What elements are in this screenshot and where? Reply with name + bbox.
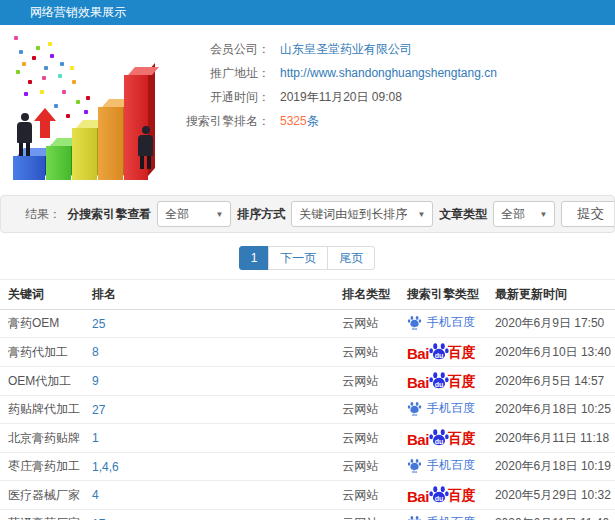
baidu-paw-icon: du xyxy=(407,315,422,330)
rank-cell: 1,4,6 xyxy=(84,453,334,481)
submit-button[interactable]: 提交 xyxy=(561,201,615,227)
rank-type-cell: 云网站 xyxy=(334,310,399,338)
sort-filter-select[interactable]: 关键词由短到长排序 ▼ xyxy=(291,201,433,227)
sort-filter-value: 关键词由短到长排序 xyxy=(299,206,407,223)
baidu-paw-icon: du xyxy=(429,485,449,505)
table-row: 枣庄膏药加工 1,4,6 云网站 du 手机百度 Bai du xyxy=(0,453,615,481)
svg-text:du: du xyxy=(412,326,417,330)
baidu-logo[interactable]: Bai du 百度 xyxy=(407,485,476,505)
keyword-rank-table: 关键词 排名 排名类型 搜索引擎类型 最新更新时间 膏药OEM 25 云网站 d… xyxy=(0,279,615,520)
engine-rank-label: 搜索引擎排名： xyxy=(178,113,270,130)
page-1-button[interactable]: 1 xyxy=(239,246,270,270)
rank-type-cell: 云网站 xyxy=(334,453,399,481)
bar-green xyxy=(46,146,71,180)
mobile-baidu-logo[interactable]: du 手机百度 xyxy=(407,314,475,331)
rank-type-cell: 云网站 xyxy=(334,396,399,424)
bar-orange xyxy=(98,107,123,180)
engine-type-cell: du 手机百度 Bai du 百度 xyxy=(399,396,487,424)
baidu-bai-text: Bai xyxy=(407,431,429,448)
rank-link[interactable]: 4 xyxy=(92,488,99,502)
table-row: 膏药代加工 8 云网站 du 手机百度 Bai du xyxy=(0,338,615,367)
rank-link[interactable]: 27 xyxy=(92,403,105,417)
promo-url-label: 推广地址： xyxy=(178,65,270,82)
mobile-baidu-logo[interactable]: du 手机百度 xyxy=(407,400,475,417)
mobile-baidu-label: 手机百度 xyxy=(427,457,475,474)
bar-blue xyxy=(13,156,45,180)
article-filter-label: 文章类型 xyxy=(439,206,487,223)
col-rank: 排名 xyxy=(84,280,334,310)
pagination: 1 下一页 尾页 xyxy=(0,246,615,270)
sort-filter-label: 排序方式 xyxy=(237,206,285,223)
mobile-baidu-logo[interactable]: du 手机百度 xyxy=(407,514,475,520)
svg-text:du: du xyxy=(435,381,444,389)
table-row: 菏泽膏药厂家 17 云网站 du 手机百度 Bai du xyxy=(0,510,615,520)
page-title-bar: 网络营销效果展示 xyxy=(0,0,615,25)
open-time-label: 开通时间： xyxy=(178,89,270,106)
article-filter-value: 全部 xyxy=(501,206,525,223)
engine-type-cell: du 手机百度 Bai du 百度 xyxy=(399,510,487,520)
member-company-row: 会员公司： 山东皇圣堂药业有限公司 xyxy=(178,37,497,61)
baidu-paw-icon: du xyxy=(407,515,422,520)
engine-filter-label: 分搜索引擎查看 xyxy=(67,206,151,223)
table-header-row: 关键词 排名 排名类型 搜索引擎类型 最新更新时间 xyxy=(0,280,615,310)
baidu-bai-text: Bai xyxy=(407,374,429,391)
rank-link[interactable]: 8 xyxy=(92,345,99,359)
updated-cell: 2020年5月29日 10:32 xyxy=(487,481,615,510)
table-row: 医疗器械厂家 4 云网站 du 手机百度 Bai du xyxy=(0,481,615,510)
baidu-paw-icon: du xyxy=(407,458,422,473)
baidu-cn-text: 百度 xyxy=(448,487,476,505)
table-row: 膏药OEM 25 云网站 du 手机百度 Bai du xyxy=(0,310,615,338)
engine-type-cell: du 手机百度 Bai du 百度 xyxy=(399,310,487,338)
member-company-link[interactable]: 山东皇圣堂药业有限公司 xyxy=(280,41,412,58)
updated-cell: 2020年6月18日 10:25 xyxy=(487,396,615,424)
engine-rank-unit[interactable]: 条 xyxy=(307,114,319,128)
baidu-logo[interactable]: Bai du 百度 xyxy=(407,342,476,362)
baidu-cn-text: 百度 xyxy=(448,344,476,362)
svg-text:du: du xyxy=(435,352,444,360)
rank-cell: 4 xyxy=(84,481,334,510)
businessman-left xyxy=(17,113,32,156)
baidu-logo[interactable]: Bai du 百度 xyxy=(407,428,476,448)
rank-cell: 9 xyxy=(84,367,334,396)
last-page-button[interactable]: 尾页 xyxy=(327,246,375,270)
engine-type-cell: du 手机百度 Bai du 百度 xyxy=(399,338,487,367)
rank-link[interactable]: 9 xyxy=(92,374,99,388)
table-body: 膏药OEM 25 云网站 du 手机百度 Bai du xyxy=(0,310,615,520)
rank-cell: 17 xyxy=(84,510,334,520)
keyword-cell: 药贴牌代加工 xyxy=(0,396,84,424)
company-info: 会员公司： 山东皇圣堂药业有限公司 推广地址： http://www.shand… xyxy=(178,25,497,195)
rank-link[interactable]: 1,4,6 xyxy=(92,460,119,474)
engine-filter-select[interactable]: 全部 ▼ xyxy=(157,201,231,227)
svg-text:du: du xyxy=(412,412,417,416)
info-section: 会员公司： 山东皇圣堂药业有限公司 推广地址： http://www.shand… xyxy=(0,25,615,195)
baidu-paw-icon: du xyxy=(429,342,449,362)
mobile-baidu-label: 手机百度 xyxy=(427,314,475,331)
mobile-baidu-label: 手机百度 xyxy=(427,400,475,417)
svg-text:du: du xyxy=(435,438,444,446)
rank-cell: 25 xyxy=(84,310,334,338)
table-row: OEM代加工 9 云网站 du 手机百度 Bai du xyxy=(0,367,615,396)
promo-url-link[interactable]: http://www.shandonghuangshengtang.cn xyxy=(280,66,497,80)
keyword-cell: 膏药OEM xyxy=(0,310,84,338)
page-title: 网络营销效果展示 xyxy=(30,5,126,19)
member-company-label: 会员公司： xyxy=(178,41,270,58)
mobile-baidu-logo[interactable]: du 手机百度 xyxy=(407,457,475,474)
baidu-logo[interactable]: Bai du 百度 xyxy=(407,371,476,391)
filter-bar: 结果： 分搜索引擎查看 全部 ▼ 排序方式 关键词由短到长排序 ▼ 文章类型 全… xyxy=(0,195,615,233)
article-filter-select[interactable]: 全部 ▼ xyxy=(493,201,555,227)
rank-link[interactable]: 25 xyxy=(92,317,105,331)
keyword-cell: 医疗器械厂家 xyxy=(0,481,84,510)
engine-rank-count: 5325 xyxy=(280,114,307,128)
next-page-button[interactable]: 下一页 xyxy=(268,246,328,270)
baidu-paw-icon: du xyxy=(407,401,422,416)
rank-link[interactable]: 1 xyxy=(92,431,99,445)
keyword-cell: 膏药代加工 xyxy=(0,338,84,367)
svg-text:du: du xyxy=(435,495,444,503)
col-updated: 最新更新时间 xyxy=(487,280,615,310)
keyword-cell: OEM代加工 xyxy=(0,367,84,396)
rank-type-cell: 云网站 xyxy=(334,510,399,520)
bar-chart-illustration xyxy=(0,30,178,190)
rank-cell: 1 xyxy=(84,424,334,453)
chevron-down-icon: ▼ xyxy=(215,210,223,219)
updated-cell: 2020年6月11日 11:18 xyxy=(487,424,615,453)
